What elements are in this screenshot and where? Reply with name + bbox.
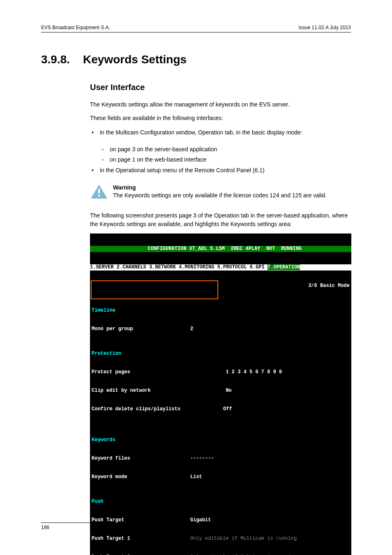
page-footer: 186 3. Multicam Configuration bbox=[41, 523, 351, 530]
sub-heading: User Interface bbox=[90, 83, 351, 92]
section-title: Keywords Settings bbox=[83, 53, 187, 66]
paragraph-1: The Keywords settings allow the manageme… bbox=[90, 100, 351, 109]
terminal-row: Keyword files-------- bbox=[90, 456, 351, 462]
terminal-menu: 1.SERVER 2.CHANNELS 3.NETWORK 4.MONITORI… bbox=[90, 264, 351, 271]
terminal-section-push: Push bbox=[90, 499, 351, 505]
warning-icon bbox=[90, 184, 108, 199]
terminal-mode: 3/6 Basic Mode bbox=[90, 283, 351, 289]
paragraph-3: The following screenshot presents page 3… bbox=[90, 211, 351, 229]
terminal-row: Mono per group2 bbox=[90, 326, 351, 332]
terminal-row: Protect pages 1 2 3 4 5 6 7 8 9 0 bbox=[90, 369, 351, 375]
terminal-row: Clip edit by network No bbox=[90, 388, 351, 394]
section-number: 3.9.8. bbox=[41, 53, 70, 66]
warning-box: Warning The Keywords settings are only a… bbox=[90, 182, 351, 201]
terminal-section-keywords: Keywords bbox=[90, 437, 351, 443]
section-heading: 3.9.8. Keywords Settings bbox=[41, 53, 351, 66]
terminal-section-timeline: Timeline bbox=[90, 308, 351, 314]
terminal-screenshot: CONFIGURATION XT_ADL 5.LSM 2REC 4PLAY NO… bbox=[90, 234, 351, 555]
bullet-item-2: in the Operational setup menu of the Rem… bbox=[90, 165, 351, 176]
footer-chapter: 3. Multicam Configuration bbox=[295, 525, 351, 530]
warning-title: Warning bbox=[113, 184, 327, 192]
paragraph-2: These fields are available in the follow… bbox=[90, 114, 351, 123]
sub-bullet-1: on page 3 on the server-based applicatio… bbox=[100, 144, 351, 155]
warning-body: The Keywords settings are only available… bbox=[113, 192, 327, 200]
terminal-row: Confirm delete clips/playlistsOff bbox=[90, 406, 351, 412]
svg-rect-2 bbox=[98, 195, 100, 197]
terminal-title: CONFIGURATION XT_ADL 5.LSM 2REC 4PLAY NO… bbox=[90, 246, 351, 252]
sub-bullet-2: on page 1 on the web-based interface bbox=[100, 155, 351, 165]
header-left: EVS Broadcast Equipment S.A. bbox=[41, 25, 110, 30]
bullet-list-2: in the Operational setup menu of the Rem… bbox=[90, 165, 351, 176]
bullet-item-1: in the Multicam Configuration window, Op… bbox=[90, 127, 351, 138]
page-header: EVS Broadcast Equipment S.A. Issue 11.02… bbox=[41, 25, 351, 32]
page-number: 186 bbox=[41, 525, 49, 530]
terminal-section-protection: Protection bbox=[90, 351, 351, 357]
sub-bullet-list: on page 3 on the server-based applicatio… bbox=[100, 144, 351, 165]
svg-rect-1 bbox=[98, 189, 100, 194]
bullet-list: in the Multicam Configuration window, Op… bbox=[90, 127, 351, 138]
terminal-row: Push Target 1Only editable if Multicam i… bbox=[90, 536, 351, 542]
terminal-row: Keyword modeList bbox=[90, 474, 351, 480]
header-right: Issue 11.02.A July 2013 bbox=[299, 25, 351, 30]
